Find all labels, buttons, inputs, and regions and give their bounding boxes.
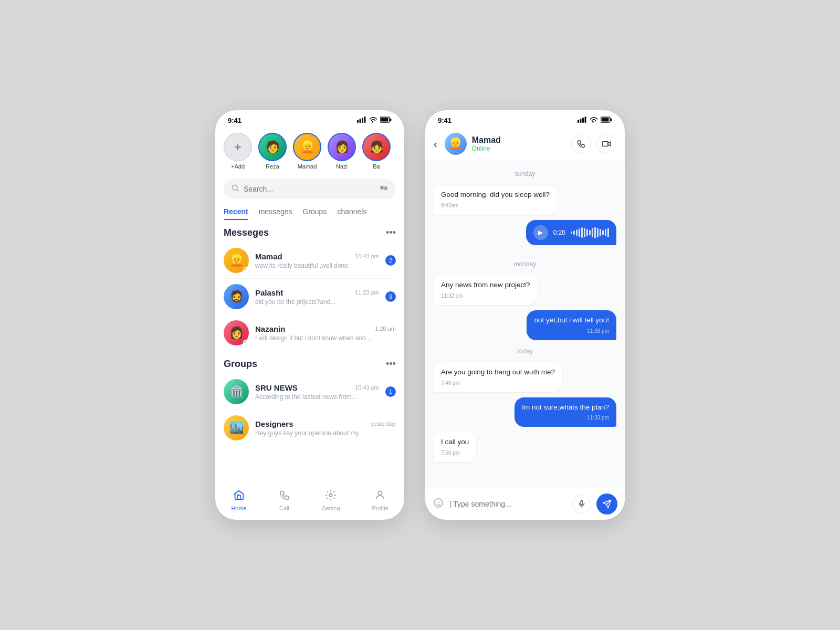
wave-bar	[584, 228, 585, 237]
msg-item-nazanin[interactable]: 👩 Nazanin 1:20 am I will design it but i…	[224, 315, 396, 351]
status-bar-right: 9:41	[425, 110, 625, 128]
back-button[interactable]: ‹	[434, 138, 439, 150]
send-button[interactable]	[596, 494, 617, 514]
palasht-name: Palasht	[255, 288, 283, 297]
nazanin-msg-body: Nazanin 1:20 am I will design it but i d…	[255, 324, 396, 342]
nav-home[interactable]: Home	[231, 489, 246, 511]
designers-name: Designers	[255, 419, 293, 428]
profile-label: Profile	[372, 505, 388, 511]
day-today: today	[434, 345, 616, 357]
chat-input-area	[425, 488, 625, 520]
tab-groups[interactable]: Groups	[303, 207, 327, 220]
mamad-msg-body: Mamad 10:43 pm wow,its really beautiful …	[255, 252, 379, 269]
wave-bar	[605, 229, 606, 236]
home-label: Home	[231, 505, 246, 511]
messages-title: Messeges	[224, 227, 269, 238]
play-button[interactable]: ▶	[533, 225, 548, 240]
svg-rect-27	[581, 500, 583, 505]
nazanin-name: Nazanin	[255, 324, 286, 333]
bottom-nav: Home Call Setting Profile	[215, 484, 404, 520]
msg-item-palasht[interactable]: 🧔 Palasht 11:23 pm did you do the prijec…	[224, 279, 396, 315]
story-reza[interactable]: 🧑 Reza	[258, 133, 287, 170]
mamad-name: Mamad	[255, 252, 282, 261]
chat-user-name: Mamad	[472, 135, 566, 145]
messages-more-btn[interactable]: •••	[386, 227, 396, 238]
bubble-text-3: Any news from new project?	[441, 281, 530, 289]
msg-item-designers[interactable]: 🏙️ Designers yesterday Hey guys say your…	[224, 410, 396, 446]
msg-item-sru[interactable]: 🏛️ SRU NEWS 10:43 pm According to the la…	[224, 374, 396, 410]
palasht-preview: did you do the prijects?and...	[255, 298, 379, 306]
wave-bar	[579, 228, 580, 237]
messages-area: sunday Good morning, did you sleep well?…	[425, 161, 625, 488]
filter-icon[interactable]	[379, 183, 388, 195]
story-mamad[interactable]: 👱 Mamad	[293, 133, 321, 170]
status-bar-left: 9:41	[215, 110, 404, 128]
settings-icon	[325, 489, 337, 503]
story-ba[interactable]: 👧 Ba	[362, 133, 391, 170]
emoji-button[interactable]	[433, 497, 444, 511]
nazi-avatar: 👩	[328, 133, 356, 161]
wave-bar	[597, 228, 598, 237]
msg-item-mamad[interactable]: 👱 Mamad 10:43 pm wow,its really beautifu…	[224, 243, 396, 279]
bubble-text-5: Are you going to hang out wuth me?	[441, 368, 555, 376]
signal-icon-right	[578, 117, 587, 124]
designers-time: yesterday	[371, 421, 396, 427]
waveform	[571, 227, 609, 238]
palasht-msg-body: Palasht 11:23 pm did you do the prijects…	[255, 288, 379, 306]
messages-section-header: Messeges •••	[224, 220, 396, 243]
bubble-incoming-3: Any news from new project? 11:32 pm	[434, 275, 538, 305]
status-icons-right	[578, 117, 612, 124]
voice-time: 9:46 am	[597, 247, 616, 253]
msg-row-6: Im not sure,whats the plan? 11:33 pm	[434, 397, 616, 427]
groups-more-btn[interactable]: •••	[386, 359, 396, 370]
message-input[interactable]	[449, 500, 567, 508]
tab-messages[interactable]: messeges	[259, 207, 292, 220]
mic-button[interactable]	[572, 495, 591, 513]
stories-row: + +Add 🧑 Reza 👱 Mamad 👩 Nazi 👧 Ba	[215, 128, 404, 175]
svg-point-25	[436, 502, 437, 503]
palasht-avatar: 🧔	[224, 284, 249, 309]
nav-setting[interactable]: Setting	[322, 489, 340, 511]
nav-call[interactable]: Call	[279, 489, 290, 511]
time-left: 9:41	[228, 117, 242, 124]
palasht-time: 11:23 pm	[355, 289, 379, 296]
setting-label: Setting	[322, 505, 340, 511]
svg-rect-1	[360, 119, 361, 123]
video-call-button[interactable]	[596, 134, 616, 154]
chat-actions	[571, 134, 616, 154]
status-icons-left	[357, 117, 392, 124]
voice-call-button[interactable]	[571, 134, 591, 154]
msg-row-5: Are you going to hang out wuth me? 7:46 …	[434, 362, 616, 392]
svg-point-15	[378, 491, 382, 495]
battery-icon-right	[601, 117, 612, 124]
msg-row-voice: ▶ 0:20 9:46 am	[434, 220, 616, 253]
bubble-time-4: 11:33 pm	[534, 328, 609, 335]
msg-row-4: not yet,but i will tell you! 11:33 pm	[434, 310, 616, 340]
svg-rect-23	[603, 142, 608, 146]
chat-user-status: Online	[472, 145, 566, 152]
bubble-incoming-7: I call you 7:50 pm	[434, 432, 476, 462]
ba-avatar: 👧	[362, 133, 391, 161]
svg-rect-18	[582, 118, 584, 123]
voice-bubble: ▶ 0:20	[526, 220, 616, 245]
sru-msg-body: SRU NEWS 10:43 pm According to the laste…	[255, 383, 379, 401]
story-nazi[interactable]: 👩 Nazi	[328, 133, 356, 170]
tab-channels[interactable]: channels	[337, 207, 366, 220]
tab-recent[interactable]: Recent	[224, 207, 248, 220]
nazanin-time: 1:20 am	[375, 326, 396, 332]
nav-profile[interactable]: Profile	[372, 489, 388, 511]
tabs-row: Recent messeges Groups channels	[215, 203, 404, 220]
call-icon	[279, 489, 290, 503]
story-add[interactable]: + +Add	[224, 133, 252, 170]
wave-bar	[592, 228, 593, 237]
search-input[interactable]	[244, 185, 375, 193]
wave-bar	[607, 228, 609, 237]
designers-msg-body: Designers yesterday Hey guys say your op…	[255, 419, 396, 437]
svg-rect-5	[381, 118, 388, 122]
wave-bar	[594, 227, 596, 238]
bubble-time-6: 11:33 pm	[522, 414, 609, 422]
svg-rect-6	[390, 119, 392, 121]
add-label: +Add	[231, 163, 245, 170]
sru-avatar: 🏛️	[224, 379, 249, 404]
bubble-text-1: Good morning, did you sleep well?	[441, 191, 550, 198]
